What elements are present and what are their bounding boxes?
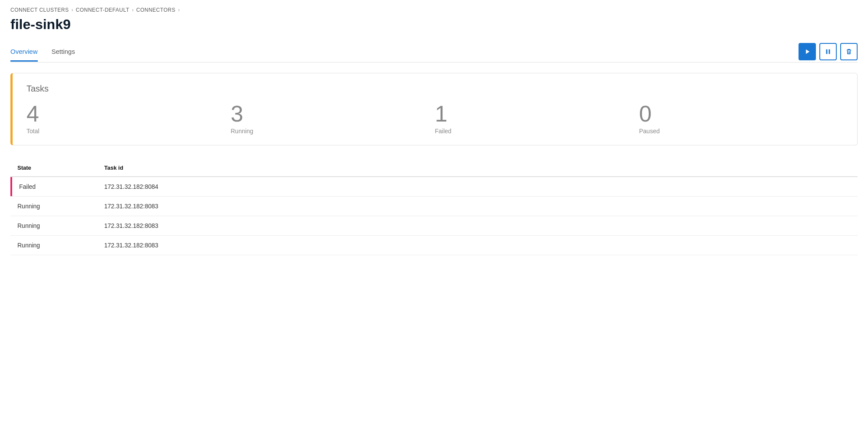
stat-running-label: Running [231,128,253,135]
state-value: Running [17,222,40,229]
delete-icon [845,48,853,56]
svg-rect-1 [826,49,828,54]
svg-marker-0 [806,49,809,54]
tab-overview[interactable]: Overview [10,44,38,62]
stat-failed: 1 Failed [435,102,639,135]
stat-total-number: 4 [26,102,39,125]
stat-total-label: Total [26,128,40,135]
table-row[interactable]: Running172.31.32.182:8083 [10,216,858,236]
tabs-header: Overview Settings [10,43,858,63]
breadcrumb-sep-3: › [178,7,180,13]
state-value: Failed [19,183,36,190]
stat-failed-label: Failed [435,128,452,135]
tasks-card: Tasks 4 Total 3 Running 1 Failed 0 Pause… [10,73,858,145]
cell-state: Running [10,236,97,255]
table-header-row: State Task id [10,159,858,177]
svg-rect-2 [829,49,830,54]
breadcrumb-connect-clusters[interactable]: CONNECT CLUSTERS [10,7,69,13]
tasks-card-title: Tasks [26,84,843,94]
failed-indicator [10,177,12,196]
page-title: file-sink9 [10,16,858,33]
cell-task-id: 172.31.32.182:8083 [97,216,858,236]
stat-running-number: 3 [231,102,243,125]
page-wrapper: CONNECT CLUSTERS › CONNECT-DEFAULT › CON… [0,0,868,262]
pause-icon [824,48,832,56]
table-row[interactable]: Running172.31.32.182:8083 [10,236,858,255]
stat-total: 4 Total [26,102,231,135]
pause-button[interactable] [819,43,837,60]
breadcrumb-sep-2: › [132,7,134,13]
toolbar-buttons [799,43,858,60]
state-value: Running [17,242,40,249]
breadcrumb-sep-1: › [71,7,73,13]
play-button[interactable] [799,43,816,60]
tabs-list: Overview Settings [10,44,75,61]
stat-running: 3 Running [231,102,435,135]
cell-state: Failed [10,177,97,197]
cell-state: Running [10,197,97,216]
table-row[interactable]: Failed172.31.32.182:8084 [10,177,858,197]
play-icon [803,48,811,56]
col-header-state: State [10,159,97,177]
delete-button[interactable] [840,43,858,60]
stat-failed-number: 1 [435,102,448,125]
state-value: Running [17,203,40,210]
stat-paused: 0 Paused [639,102,843,135]
cell-state: Running [10,216,97,236]
breadcrumb-connectors[interactable]: CONNECTORS [136,7,175,13]
stat-paused-number: 0 [639,102,652,125]
tasks-table: State Task id Failed172.31.32.182:8084Ru… [10,159,858,255]
cell-task-id: 172.31.32.182:8084 [97,177,858,197]
cell-task-id: 172.31.32.182:8083 [97,236,858,255]
stat-paused-label: Paused [639,128,660,135]
breadcrumb: CONNECT CLUSTERS › CONNECT-DEFAULT › CON… [10,7,858,13]
col-header-task-id: Task id [97,159,858,177]
breadcrumb-connect-default[interactable]: CONNECT-DEFAULT [76,7,129,13]
table-row[interactable]: Running172.31.32.182:8083 [10,197,858,216]
tasks-stats: 4 Total 3 Running 1 Failed 0 Paused [26,102,843,135]
cell-task-id: 172.31.32.182:8083 [97,197,858,216]
tab-settings[interactable]: Settings [52,44,75,62]
